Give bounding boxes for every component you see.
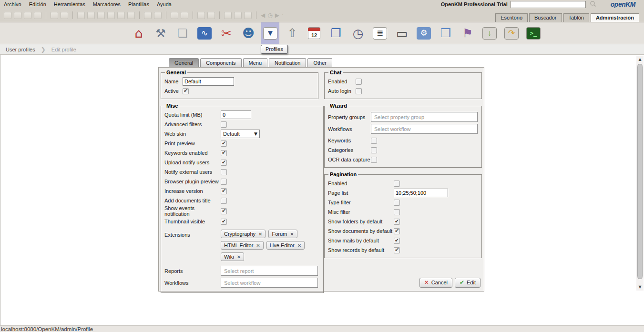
search-icon[interactable] — [590, 0, 596, 8]
field-row-upload-notify-users: Upload notify users — [164, 158, 320, 167]
upload-notify-users-checkbox[interactable] — [221, 160, 227, 166]
name-input[interactable] — [183, 77, 234, 86]
add-documents-title-checkbox[interactable] — [221, 198, 227, 204]
fieldset-chat: ChatEnabledAuto login — [324, 70, 482, 99]
field-row-advanced-filters: Advanced filters — [164, 120, 320, 129]
chip-remove-icon[interactable]: ✕ — [237, 254, 241, 260]
active-checkbox[interactable] — [183, 88, 189, 94]
web-skin-selected-value: Default — [223, 131, 240, 137]
menu-edici-n[interactable]: Edición — [29, 1, 46, 7]
reports-suggest-box[interactable]: Select report — [221, 266, 318, 276]
misc-filter-checkbox[interactable] — [394, 209, 400, 215]
profile-tab-general[interactable]: General — [169, 58, 199, 67]
chip-remove-icon[interactable]: ✕ — [290, 231, 294, 237]
scanner-icon[interactable]: ▭ — [393, 22, 411, 44]
omr-window-icon[interactable]: ❐ — [327, 22, 345, 44]
show-events-notification-checkbox[interactable] — [221, 208, 227, 214]
user-home-icon — [207, 12, 215, 19]
auto-login-checkbox[interactable] — [356, 88, 362, 94]
label-property-groups: Property groups — [328, 114, 371, 120]
keywords-enabled-checkbox[interactable] — [221, 150, 227, 156]
field-row-enabled: Enabled — [328, 179, 478, 188]
menu-archivo[interactable]: Archivo — [4, 1, 21, 7]
utilities-scissors-icon[interactable]: ✂ — [217, 22, 235, 44]
advanced-filters-checkbox[interactable] — [221, 121, 227, 128]
menubar-items: ArchivoEdiciónHerramientasMarcadoresPlan… — [4, 1, 179, 7]
quota-limit-mb-input[interactable] — [221, 111, 251, 119]
enabled-checkbox[interactable] — [356, 79, 362, 85]
tab-tabl-n[interactable]: Tablón — [563, 13, 589, 22]
cancel-button[interactable]: ✕Cancel — [419, 278, 452, 288]
profile-tab-other[interactable]: Other — [307, 58, 332, 67]
chip-remove-icon[interactable]: ✕ — [258, 231, 262, 237]
database-folder-glyph: ❒ — [440, 27, 451, 39]
breadcrumb-user-profiles[interactable]: User profiles — [6, 47, 35, 52]
stamps-box-icon[interactable]: ⚙ — [415, 22, 433, 44]
scripting-terminal-icon[interactable]: >_ — [524, 22, 542, 44]
language-flags-icon[interactable]: ⚑ — [459, 22, 477, 44]
ocr-data-capture-checkbox[interactable] — [371, 157, 377, 163]
show-mails-by-default-checkbox[interactable] — [394, 238, 400, 244]
repository-export-icon[interactable]: ↷ — [502, 22, 521, 44]
enabled-checkbox[interactable] — [394, 181, 400, 187]
thumbnail-visible-checkbox[interactable] — [221, 219, 227, 225]
configuration-tools-icon[interactable]: ⚒ — [152, 22, 170, 44]
home-icon[interactable]: ⌂ — [130, 22, 148, 44]
mime-types-printer-icon[interactable]: ⇧ — [283, 22, 301, 44]
keywords-checkbox[interactable] — [371, 138, 377, 144]
download-icon — [14, 12, 21, 19]
tab-buscador[interactable]: Buscador — [529, 13, 562, 22]
chip-remove-icon[interactable]: ✕ — [256, 243, 260, 248]
check-configuration-icon[interactable]: ❏ — [174, 22, 192, 44]
crontab-calendar-icon[interactable]: 12 — [305, 22, 323, 44]
quick-search-input[interactable] — [511, 1, 586, 8]
print-preview-checkbox[interactable] — [221, 141, 227, 147]
scroll-thumb[interactable] — [637, 64, 643, 279]
menu-herramientas[interactable]: Herramientas — [54, 1, 85, 7]
users-icon[interactable]: ☻ — [239, 22, 257, 44]
chip-remove-icon[interactable]: ✕ — [297, 243, 301, 248]
increase-version-checkbox[interactable] — [221, 188, 227, 194]
workflows-suggest-box[interactable]: Select workflow — [221, 278, 318, 288]
show-documents-by-default-checkbox[interactable] — [394, 228, 400, 234]
label-workflows: Workflows — [164, 280, 221, 286]
scroll-up-button[interactable]: ▲ — [636, 56, 644, 63]
reports-list-icon[interactable]: ≣ — [371, 22, 389, 44]
edit-button[interactable]: ✔Edit — [455, 278, 480, 288]
label-add-documents-title: Add documents title — [164, 198, 221, 203]
tab-administraci-n[interactable]: Administración — [591, 13, 639, 22]
database-folder-icon[interactable]: ❒ — [437, 22, 455, 44]
profile-tab-components[interactable]: Components — [200, 58, 241, 67]
page-list-input[interactable] — [394, 189, 448, 197]
breadcrumb: User profiles❯Edit profile — [0, 44, 644, 55]
field-row-thumbnail-visible: Thumbnail visible — [164, 217, 320, 226]
field-row-name: Name — [164, 77, 315, 86]
menu-marcadores[interactable]: Marcadores — [93, 1, 121, 7]
profile-tab-notification[interactable]: Notification — [269, 58, 306, 67]
type-filter-checkbox[interactable] — [394, 200, 400, 206]
tab-escritorio[interactable]: Escritorio — [495, 13, 528, 22]
profile-tab-menu[interactable]: Menu — [243, 58, 268, 67]
button-label: Cancel — [431, 280, 448, 285]
scroll-down-button[interactable]: ▼ — [636, 283, 644, 291]
menu-plantillas[interactable]: Plantillas — [128, 1, 149, 7]
show-folders-by-default-checkbox[interactable] — [394, 219, 400, 225]
notify-external-users-checkbox[interactable] — [221, 169, 227, 175]
vertical-scrollbar[interactable]: ▲ ▼ — [636, 56, 644, 291]
legend-pagination: Pagination — [328, 171, 358, 177]
property-groups-suggest-box[interactable]: Select property group — [371, 112, 478, 122]
categories-checkbox[interactable] — [371, 147, 377, 153]
profiles-icon[interactable]: ▼ — [261, 22, 279, 44]
scheduler-clock-icon[interactable]: ◷ — [349, 22, 367, 44]
menu-ayuda[interactable]: Ayuda — [157, 1, 172, 7]
quick-toolbar: ◀◷▶· — [4, 11, 284, 19]
show-records-by-default-checkbox[interactable] — [394, 247, 400, 253]
statistics-monitor-icon[interactable]: ∿ — [195, 22, 214, 44]
workflows-suggest-box[interactable]: Select workflow — [371, 124, 478, 134]
browser-plugin-preview-checkbox[interactable] — [221, 179, 227, 185]
field-row-reports: ReportsSelect report — [164, 266, 320, 276]
legend-wizard: Wizard — [328, 103, 348, 109]
web-skin-select[interactable]: Default▼ — [221, 130, 260, 138]
repository-import-icon[interactable]: ↓ — [480, 22, 499, 44]
chip-label: Wiki — [224, 254, 234, 260]
